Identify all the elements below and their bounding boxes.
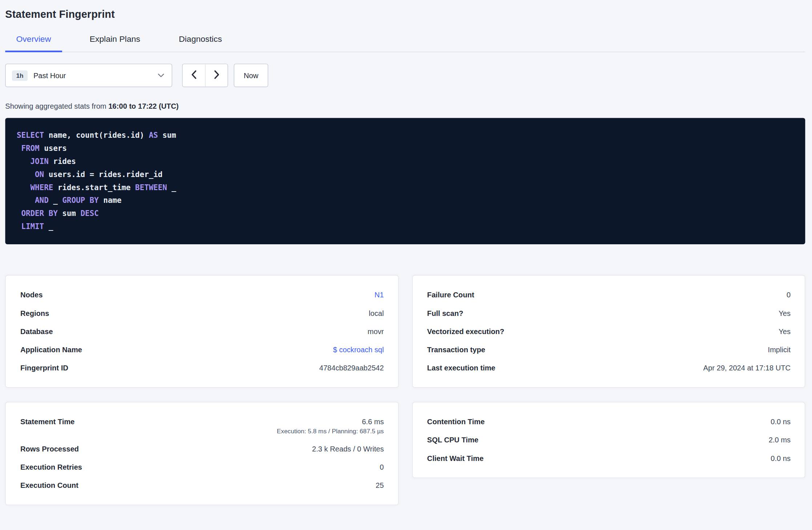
row-sql-cpu-time: SQL CPU Time 2.0 ms bbox=[427, 430, 791, 449]
times-cards-row: Statement Time 6.6 ms Execution: 5.8 ms … bbox=[5, 402, 805, 505]
stats-summary-prefix: Showing aggregated stats from bbox=[5, 102, 108, 110]
execution-attributes-card: Failure Count 0 Full scan? Yes Vectorize… bbox=[412, 275, 805, 388]
sql-cpu-time-value: 2.0 ms bbox=[769, 435, 791, 444]
details-cards-row: Nodes N1 Regions local Database movr App… bbox=[5, 275, 805, 388]
vectorized-value: Yes bbox=[779, 327, 791, 335]
tab-bar: Overview Explain Plans Diagnostics bbox=[5, 35, 805, 52]
row-statement-time: Statement Time 6.6 ms Execution: 5.8 ms … bbox=[20, 412, 384, 439]
full-scan-value: Yes bbox=[779, 309, 791, 317]
sql-line: JOIN rides bbox=[17, 155, 794, 168]
tab-overview[interactable]: Overview bbox=[5, 35, 62, 52]
regions-value: local bbox=[369, 309, 384, 317]
time-interval-badge: 1h bbox=[12, 70, 28, 81]
last-execution-value: Apr 29, 2024 at 17:18 UTC bbox=[703, 364, 791, 372]
database-label: Database bbox=[20, 327, 53, 335]
client-wait-time-label: Client Wait Time bbox=[427, 454, 483, 462]
time-range-dropdown[interactable]: 1h Past Hour bbox=[5, 64, 172, 87]
statement-time-values: 6.6 ms Execution: 5.8 ms / Planning: 687… bbox=[277, 417, 384, 434]
rows-processed-label: Rows Processed bbox=[20, 444, 79, 453]
chevron-right-icon bbox=[214, 70, 220, 81]
database-value: movr bbox=[367, 327, 384, 335]
detail-row-fingerprint-id: Fingerprint ID 4784cb829aab2542 bbox=[20, 358, 384, 377]
sql-line: AND _ GROUP BY name bbox=[17, 194, 794, 207]
fingerprint-id-value: 4784cb829aab2542 bbox=[319, 364, 384, 372]
detail-row-vectorized: Vectorized execution? Yes bbox=[427, 322, 791, 340]
fingerprint-id-label: Fingerprint ID bbox=[20, 364, 68, 372]
nodes-link[interactable]: N1 bbox=[374, 290, 384, 299]
sql-line: SELECT name, count(rides.id) AS sum bbox=[17, 129, 794, 142]
aggregated-stats-summary: Showing aggregated stats from 16:00 to 1… bbox=[5, 102, 805, 110]
stats-summary-range: 16:00 to 17:22 (UTC) bbox=[108, 102, 178, 110]
row-execution-retries: Execution Retries 0 bbox=[20, 458, 384, 476]
statement-time-value: 6.6 ms bbox=[362, 417, 384, 426]
tab-overview-label: Overview bbox=[16, 35, 51, 43]
row-rows-processed: Rows Processed 2.3 k Reads / 0 Writes bbox=[20, 439, 384, 458]
next-interval-button[interactable] bbox=[205, 64, 228, 87]
tab-explain-plans[interactable]: Explain Plans bbox=[79, 35, 151, 52]
sql-line: LIMIT _ bbox=[17, 220, 794, 233]
previous-interval-button[interactable] bbox=[182, 64, 205, 87]
transaction-type-label: Transaction type bbox=[427, 345, 485, 354]
now-button[interactable]: Now bbox=[234, 64, 268, 87]
viewport: Statement Fingerprint Overview Explain P… bbox=[0, 0, 812, 530]
statement-fingerprint-page: Statement Fingerprint Overview Explain P… bbox=[0, 0, 812, 530]
execution-count-label: Execution Count bbox=[20, 481, 79, 489]
full-scan-label: Full scan? bbox=[427, 309, 463, 317]
execution-count-value: 25 bbox=[376, 481, 384, 489]
sql-line: ON users.id = rides.rider_id bbox=[17, 168, 794, 181]
chevron-left-icon bbox=[191, 70, 197, 81]
sql-statement-box: SELECT name, count(rides.id) AS sum FROM… bbox=[5, 118, 805, 244]
client-wait-time-value: 0.0 ns bbox=[771, 454, 791, 462]
chevron-down-icon bbox=[158, 73, 165, 78]
time-toolbar: 1h Past Hour bbox=[5, 64, 805, 87]
tab-explain-plans-label: Explain Plans bbox=[89, 35, 140, 43]
detail-row-app-name: Application Name $ cockroach sql bbox=[20, 340, 384, 358]
nodes-label: Nodes bbox=[20, 290, 43, 299]
sql-line: WHERE rides.start_time BETWEEN _ bbox=[17, 181, 794, 194]
detail-row-database: Database movr bbox=[20, 322, 384, 340]
row-client-wait-time: Client Wait Time 0.0 ns bbox=[427, 449, 791, 467]
contention-time-value: 0.0 ns bbox=[771, 417, 791, 426]
transaction-type-value: Implicit bbox=[768, 345, 791, 354]
sql-cpu-time-label: SQL CPU Time bbox=[427, 435, 478, 444]
last-execution-label: Last execution time bbox=[427, 364, 495, 372]
regions-label: Regions bbox=[20, 309, 49, 317]
detail-row-transaction-type: Transaction type Implicit bbox=[427, 340, 791, 358]
statement-time-label: Statement Time bbox=[20, 417, 75, 426]
statement-time-breakdown: Execution: 5.8 ms / Planning: 687.5 µs bbox=[277, 427, 384, 434]
page-title: Statement Fingerprint bbox=[5, 8, 805, 20]
tab-diagnostics-label: Diagnostics bbox=[179, 35, 222, 43]
detail-row-full-scan: Full scan? Yes bbox=[427, 304, 791, 322]
time-range-label: Past Hour bbox=[33, 71, 152, 80]
rows-processed-value: 2.3 k Reads / 0 Writes bbox=[312, 444, 384, 453]
failure-count-label: Failure Count bbox=[427, 290, 474, 299]
sql-line: ORDER BY sum DESC bbox=[17, 207, 794, 220]
execution-retries-value: 0 bbox=[380, 463, 384, 471]
detail-row-last-execution: Last execution time Apr 29, 2024 at 17:1… bbox=[427, 358, 791, 377]
tab-diagnostics[interactable]: Diagnostics bbox=[168, 35, 233, 52]
row-contention-time: Contention Time 0.0 ns bbox=[427, 412, 791, 430]
statement-details-card: Nodes N1 Regions local Database movr App… bbox=[5, 275, 398, 388]
execution-retries-label: Execution Retries bbox=[20, 463, 82, 471]
row-execution-count: Execution Count 25 bbox=[20, 476, 384, 494]
failure-count-value: 0 bbox=[787, 290, 791, 299]
vectorized-label: Vectorized execution? bbox=[427, 327, 504, 335]
app-name-label: Application Name bbox=[20, 345, 82, 354]
detail-row-failure-count: Failure Count 0 bbox=[427, 285, 791, 304]
sql-code: SELECT name, count(rides.id) AS sum FROM… bbox=[17, 129, 794, 233]
detail-row-regions: Regions local bbox=[20, 304, 384, 322]
detail-row-nodes: Nodes N1 bbox=[20, 285, 384, 304]
sql-line: FROM users bbox=[17, 142, 794, 155]
statement-times-card: Statement Time 6.6 ms Execution: 5.8 ms … bbox=[5, 402, 398, 505]
app-name-link[interactable]: $ cockroach sql bbox=[333, 345, 384, 354]
contention-time-label: Contention Time bbox=[427, 417, 485, 426]
wait-times-card: Contention Time 0.0 ns SQL CPU Time 2.0 … bbox=[412, 402, 805, 478]
interval-arrows bbox=[182, 64, 228, 87]
